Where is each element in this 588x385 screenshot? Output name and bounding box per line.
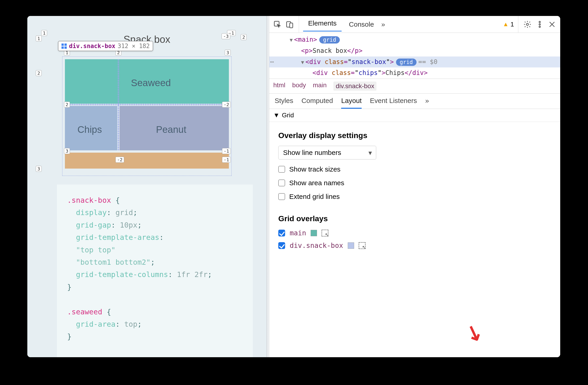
grid-frame (62, 57, 231, 176)
styles-subtabs: Styles Computed Layout Event Listeners » (269, 94, 560, 109)
line-num: -1 (222, 157, 231, 163)
breadcrumb-item[interactable]: html (273, 82, 285, 91)
line-num: 2 (36, 70, 42, 76)
color-swatch[interactable] (311, 230, 317, 236)
overlay-name[interactable]: main (290, 229, 306, 237)
devtools-toolbar: Elements Console » ▲1 (269, 16, 560, 33)
extend-grid-lines-row[interactable]: Extend grid lines (278, 193, 551, 200)
subtab-layout[interactable]: Layout (341, 97, 362, 109)
line-num: -3 (222, 33, 230, 39)
more-subtabs-icon[interactable]: » (425, 97, 429, 109)
reveal-element-icon[interactable] (322, 230, 328, 236)
checkbox[interactable] (278, 179, 285, 186)
checkbox[interactable] (278, 242, 285, 249)
close-icon[interactable] (547, 19, 557, 29)
devtools-window: Snack box div.snack-box 312 × 182 Seawee… (27, 16, 560, 357)
show-track-sizes-row[interactable]: Show track sizes (278, 165, 551, 173)
line-num: 1 (36, 36, 42, 42)
grid-section-header[interactable]: ▼ Grid (269, 109, 560, 122)
reveal-element-icon[interactable] (359, 242, 365, 249)
line-num: -2 (115, 157, 124, 163)
line-num: 3 (225, 50, 231, 56)
page-preview-pane: Snack box div.snack-box 312 × 182 Seawee… (27, 16, 266, 357)
grid-badge[interactable]: grid (396, 59, 417, 66)
svg-point-4 (539, 21, 540, 22)
kebab-icon[interactable] (535, 19, 545, 29)
pane-divider[interactable] (266, 16, 269, 357)
grid-icon (62, 43, 67, 49)
breadcrumb-item[interactable]: body (292, 82, 306, 91)
tooltip-dimensions: 312 × 182 (118, 43, 150, 49)
line-num: 2 (64, 102, 70, 107)
line-num: 3 (64, 148, 70, 154)
line-num: -1 (222, 148, 231, 154)
device-toggle-icon[interactable] (285, 19, 295, 29)
checkbox[interactable] (278, 230, 285, 236)
color-swatch[interactable] (348, 242, 354, 249)
breadcrumb-item[interactable]: main (313, 82, 327, 91)
chevron-down-icon: ▼ (273, 112, 280, 119)
dom-node-main[interactable]: ▼<main>grid (269, 34, 560, 45)
more-tabs-icon[interactable]: » (381, 21, 385, 28)
elements-body: ▼<main>grid <p>Snack box</p> ▼<div class… (269, 33, 560, 357)
overlay-row-main: main (278, 229, 551, 237)
checkbox[interactable] (278, 193, 285, 200)
warnings-badge[interactable]: ▲1 (503, 21, 514, 28)
grid-overlay-demo: Seaweed Chips Peanut 1 -1 2 1 2 1 2 -3 3… (65, 59, 229, 173)
inspect-icon[interactable] (272, 19, 282, 29)
tab-console[interactable]: Console (344, 18, 379, 31)
tooltip-selector: div.snack-box (69, 43, 115, 49)
subtab-event-listeners[interactable]: Event Listeners (370, 97, 417, 109)
checkbox[interactable] (278, 166, 285, 173)
seaweed-label: Seaweed (131, 77, 171, 88)
breadcrumb-item[interactable]: div.snack-box (333, 82, 377, 91)
svg-point-5 (539, 24, 540, 25)
css-code-block: .snack-box { display: grid; grid-gap: 10… (57, 185, 253, 357)
toolbar-separator (518, 16, 518, 33)
line-numbers-select[interactable]: Show line numbers (278, 146, 376, 159)
overlay-row-snack-box: div.snack-box (278, 241, 551, 249)
tab-elements[interactable]: Elements (303, 17, 342, 31)
dom-tree[interactable]: ▼<main>grid <p>Snack box</p> ▼<div class… (269, 33, 560, 79)
svg-point-6 (539, 26, 540, 27)
chips-label: Chips (77, 124, 102, 135)
line-num: 3 (36, 166, 42, 172)
breadcrumb[interactable]: html body main div.snack-box (269, 79, 560, 94)
line-num: 1 (41, 30, 47, 36)
show-area-names-row[interactable]: Show area names (278, 179, 551, 187)
svg-point-3 (526, 23, 528, 25)
gear-icon[interactable] (523, 19, 532, 29)
grid-badge[interactable]: grid (319, 36, 340, 43)
dom-node-chips[interactable]: <div class="chips">Chips</div> (269, 67, 560, 79)
devtools-pane: Elements Console » ▲1 ▼<main>grid <p>Sna… (269, 16, 560, 357)
grid-overlays-heading: Grid overlays (278, 214, 551, 223)
svg-rect-2 (290, 23, 293, 28)
element-tooltip: div.snack-box 312 × 182 (58, 41, 153, 51)
dom-node-snack-box[interactable]: ▼<div class="snack-box">grid== $0 (269, 57, 560, 68)
toolbar-separator (299, 16, 299, 33)
dom-node-p[interactable]: <p>Snack box</p> (269, 45, 560, 57)
line-num: -2 (222, 102, 231, 107)
overlay-name[interactable]: div.snack-box (290, 241, 343, 249)
peanut-label: Peanut (156, 124, 186, 135)
subtab-styles[interactable]: Styles (275, 97, 293, 109)
grid-section-title: Grid (282, 112, 294, 119)
overlay-settings-heading: Overlay display settings (278, 131, 551, 140)
subtab-computed[interactable]: Computed (301, 97, 333, 109)
line-num: 2 (241, 34, 247, 40)
warn-count: 1 (510, 21, 514, 28)
grid-section-body: Overlay display settings Show line numbe… (269, 122, 560, 357)
